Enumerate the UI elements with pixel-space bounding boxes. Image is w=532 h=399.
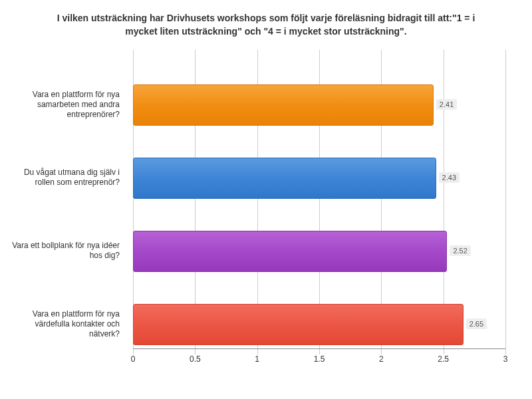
y-axis-labels: Vara en plattform för nya samarbeten med… [0, 57, 126, 349]
x-tick-3: 1.5 [314, 354, 325, 364]
y-label-3: Vara en plattform för nya värdefulla kon… [7, 309, 120, 339]
bar-value-0: 2.41 [436, 99, 457, 110]
chart-title: I vilken utsträckning har Drivhusets wor… [0, 0, 532, 45]
x-tick-0: 0 [131, 354, 136, 364]
plot-area: 2.41 2.43 2.52 2.65 [133, 57, 505, 349]
x-axis [133, 348, 505, 349]
x-tick-2: 1 [255, 354, 259, 364]
y-label-1: Du vågat utmana dig själv i rollen som e… [7, 168, 120, 188]
bar-value-3: 2.65 [466, 319, 487, 329]
y-label-0: Vara en plattform för nya samarbeten med… [7, 90, 120, 120]
bar-3 [133, 304, 464, 345]
bar-value-2: 2.52 [450, 245, 470, 256]
x-tick-1: 0.5 [190, 354, 201, 364]
bar-0 [133, 84, 434, 126]
bar-1 [133, 158, 436, 199]
bar-2 [133, 231, 447, 272]
bar-value-1: 2.43 [439, 172, 460, 183]
x-tick-5: 2.5 [438, 354, 449, 364]
x-tick-4: 2 [379, 354, 384, 364]
x-tick-6: 3 [503, 354, 508, 364]
grid-line [505, 50, 506, 354]
y-label-2: Vara ett bollplank för nya idéer hos dig… [7, 241, 120, 261]
x-axis-labels: 0 0.5 1 1.5 2 2.5 3 [133, 354, 505, 368]
chart-container: I vilken utsträckning har Drivhusets wor… [0, 0, 532, 399]
